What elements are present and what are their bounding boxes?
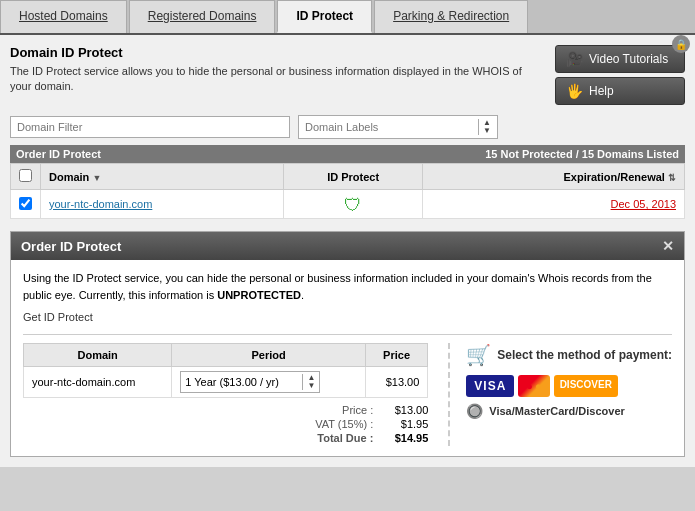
- price-value: $13.00: [383, 404, 428, 416]
- expiration-date[interactable]: Dec 05, 2013: [611, 198, 676, 210]
- order-id-protect-panel: Order ID Protect ✕ Using the ID Protect …: [10, 231, 685, 457]
- header-text: Domain ID Protect The ID Protect service…: [10, 45, 555, 105]
- payment-option-visa-mc-discover[interactable]: 🔘 Visa/MasterCard/Discover: [466, 403, 672, 419]
- discover-card-icon: DISCOVER: [554, 375, 618, 397]
- order-table: Domain Period Price your-ntc-domain.com: [23, 343, 428, 398]
- price-row: Price : $13.00: [23, 404, 428, 416]
- help-button[interactable]: 🖐 Help: [555, 77, 685, 105]
- order-domain-cell: your-ntc-domain.com: [24, 366, 172, 397]
- order-id-protect-label: Order ID Protect: [16, 148, 485, 160]
- period-select[interactable]: 1 Year ($13.00 / yr) ▲ ▼: [180, 371, 320, 393]
- total-row: Total Due : $14.95: [23, 432, 428, 444]
- price-label: Price :: [342, 404, 373, 416]
- visa-card-icon: VISA: [466, 375, 514, 397]
- row-checkbox[interactable]: [19, 197, 32, 210]
- period-value: 1 Year ($13.00 / yr): [185, 376, 279, 388]
- order-panel-title: Order ID Protect: [21, 239, 121, 254]
- order-panel-header: Order ID Protect ✕: [11, 232, 684, 260]
- close-icon[interactable]: ✕: [662, 238, 674, 254]
- video-tutorials-button[interactable]: 🎥 Video Tutorials: [555, 45, 685, 73]
- order-table-row: your-ntc-domain.com 1 Year ($13.00 / yr)…: [24, 366, 428, 397]
- expiration-sort-arrows: ⇅: [668, 173, 676, 183]
- cart-icon: 🛒: [466, 343, 491, 367]
- mastercard-icon: ●●: [518, 375, 549, 397]
- expiration-column-header: Expiration/Renewal ⇅: [423, 164, 685, 190]
- order-domain-header: Domain: [24, 343, 172, 366]
- video-tutorials-label: Video Tutorials: [589, 52, 668, 66]
- shield-protected-icon: 🛡: [344, 195, 362, 213]
- domain-labels-text: Domain Labels: [305, 121, 378, 133]
- payment-header-text: Select the method of payment:: [497, 348, 672, 362]
- domains-count-label: 15 Not Protected / 15 Domains Listed: [485, 148, 679, 160]
- domain-link[interactable]: your-ntc-domain.com: [49, 198, 152, 210]
- payment-header: 🛒 Select the method of payment:: [466, 343, 672, 367]
- tab-registered-domains[interactable]: Registered Domains: [129, 0, 276, 33]
- tab-hosted-domains[interactable]: Hosted Domains: [0, 0, 127, 33]
- period-arrows: ▲ ▼: [302, 374, 315, 390]
- select-all-checkbox[interactable]: [19, 169, 32, 182]
- domain-labels-arrows: ▲ ▼: [478, 119, 491, 135]
- order-divider: [23, 334, 672, 335]
- payment-section: 🛒 Select the method of payment: VISA ●● …: [460, 343, 672, 446]
- radio-selected-icon: 🔘: [466, 403, 483, 419]
- total-label: Total Due :: [317, 432, 373, 444]
- help-label: Help: [589, 84, 614, 98]
- domain-table: Domain ▼ ID Protect Expiration/Renewal ⇅: [10, 163, 685, 219]
- tab-parking-redirection[interactable]: Parking & Redirection: [374, 0, 528, 33]
- order-panel-body: Using the ID Protect service, you can hi…: [11, 260, 684, 456]
- table-row: your-ntc-domain.com 🛡 Dec 05, 2013: [11, 190, 685, 219]
- order-description: Using the ID Protect service, you can hi…: [23, 270, 672, 303]
- vat-value: $1.95: [383, 418, 428, 430]
- tab-id-protect[interactable]: ID Protect: [277, 0, 372, 33]
- order-table-section: Domain Period Price your-ntc-domain.com: [23, 343, 438, 446]
- get-id-protect-label: Get ID Protect: [23, 309, 672, 326]
- help-icon: 🖐: [566, 83, 583, 99]
- payment-cards: VISA ●● DISCOVER: [466, 375, 672, 397]
- section-divider: [448, 343, 450, 446]
- total-value: $14.95: [383, 432, 428, 444]
- order-bottom: Domain Period Price your-ntc-domain.com: [23, 343, 672, 446]
- order-price-cell: $13.00: [365, 366, 427, 397]
- video-icon: 🎥: [566, 51, 583, 67]
- domain-labels-select[interactable]: Domain Labels ▲ ▼: [298, 115, 498, 139]
- domain-column-header: Domain ▼: [41, 164, 284, 190]
- header-description: The ID Protect service allows you to hid…: [10, 64, 545, 95]
- payment-option-label: Visa/MasterCard/Discover: [489, 405, 625, 417]
- domain-sort-arrow: ▼: [92, 173, 101, 183]
- sidebar-buttons: 🔒 🎥 Video Tutorials 🖐 Help: [555, 45, 685, 105]
- main-content: Domain ID Protect The ID Protect service…: [0, 35, 695, 467]
- id-protect-column-header: ID Protect: [284, 164, 423, 190]
- tab-bar: Hosted Domains Registered Domains ID Pro…: [0, 0, 695, 35]
- order-price-header: Price: [365, 343, 427, 366]
- vat-label: VAT (15%) :: [315, 418, 373, 430]
- domain-filter-input[interactable]: [10, 116, 290, 138]
- order-period-header: Period: [172, 343, 366, 366]
- page-title: Domain ID Protect: [10, 45, 545, 60]
- corner-decoration: 🔒: [672, 35, 690, 53]
- header-section: Domain ID Protect The ID Protect service…: [10, 45, 685, 105]
- unprotected-status: UNPROTECTED: [217, 289, 301, 301]
- filter-row: Domain Labels ▲ ▼: [10, 115, 685, 139]
- price-summary: Price : $13.00 VAT (15%) : $1.95 Total D…: [23, 404, 428, 444]
- vat-row: VAT (15%) : $1.95: [23, 418, 428, 430]
- table-section-header: Order ID Protect 15 Not Protected / 15 D…: [10, 145, 685, 163]
